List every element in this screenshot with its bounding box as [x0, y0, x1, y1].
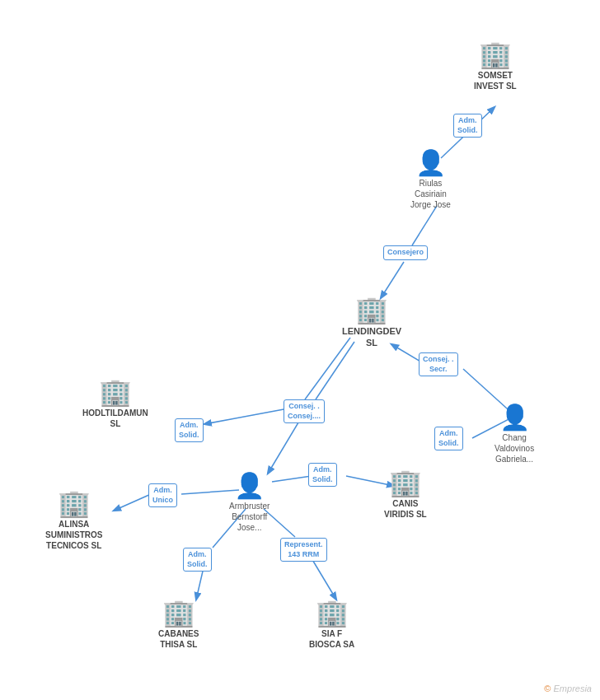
watermark: © Empresia	[544, 684, 592, 693]
node-somset[interactable]: 🏢 SOMSET INVEST SL	[474, 41, 517, 91]
building-icon-lendingdev: 🏢	[355, 296, 388, 323]
node-armbruster[interactable]: 👤 Armbruster Bernstorff Jose...	[229, 474, 270, 533]
building-icon-hodltildamun: 🏢	[99, 379, 132, 405]
badge-adm-solid-somset[interactable]: Adm. Solid.	[453, 114, 482, 138]
badge-consejero[interactable]: Consejero	[383, 245, 428, 260]
badge-represent[interactable]: Represent. 143 RRM	[280, 538, 327, 562]
building-icon-cabanes: 🏢	[162, 600, 195, 626]
person-label-chang: Chang Valdovinos Gabriela...	[495, 432, 534, 464]
svg-line-7	[316, 342, 354, 399]
node-label-canis: CANIS VIRIDIS SL	[384, 498, 427, 520]
badge-adm-solid-cabanes[interactable]: Adm. Solid.	[183, 548, 212, 572]
svg-line-2	[381, 262, 404, 298]
badge-consej-consej[interactable]: Consej. . Consej....	[284, 399, 325, 423]
node-riulas[interactable]: 👤 Riulas Casiriain Jorge Jose	[410, 151, 451, 210]
svg-line-16	[312, 558, 336, 600]
copyright-symbol: ©	[544, 684, 551, 693]
node-chang[interactable]: 👤 Chang Valdovinos Gabriela...	[495, 405, 534, 464]
svg-line-8	[268, 418, 301, 474]
connections-svg	[0, 0, 600, 700]
person-icon-chang: 👤	[499, 405, 530, 430]
node-label-hodltildamun: HODLTILDAMUN SL	[82, 408, 148, 429]
badge-adm-solid-chang[interactable]: Adm. Solid.	[434, 427, 463, 450]
node-label-lendingdev: LENDINGDEV SL	[342, 325, 401, 349]
badge-adm-unico[interactable]: Adm. Unico	[148, 483, 177, 507]
node-label-siaf: SIA F BIOSCA SA	[309, 628, 354, 650]
node-lendingdev[interactable]: 🏢 LENDINGDEV SL	[342, 296, 401, 349]
person-label-armbruster: Armbruster Bernstorff Jose...	[229, 501, 270, 533]
svg-line-1	[412, 206, 437, 245]
brand-name: Empresia	[554, 684, 592, 693]
node-label-alinsa: ALINSA SUMINISTROS TECNICOS SL	[45, 519, 102, 551]
person-icon-armbruster: 👤	[234, 474, 265, 498]
badge-consej-secr[interactable]: Consej. . Secr.	[419, 352, 458, 376]
building-icon-alinsa: 🏢	[58, 490, 91, 516]
building-icon-siaf: 🏢	[316, 600, 349, 626]
node-label-somset: SOMSET INVEST SL	[474, 70, 517, 91]
badge-adm-solid-canis[interactable]: Adm. Solid.	[308, 463, 337, 487]
node-hodltildamun[interactable]: 🏢 HODLTILDAMUN SL	[82, 379, 148, 429]
svg-line-12	[114, 494, 151, 511]
node-alinsa[interactable]: 🏢 ALINSA SUMINISTROS TECNICOS SL	[45, 490, 102, 551]
node-canis[interactable]: 🏢 CANIS VIRIDIS SL	[384, 469, 427, 520]
person-label-riulas: Riulas Casiriain Jorge Jose	[410, 178, 451, 210]
svg-line-6	[204, 408, 293, 424]
badge-adm-solid-hodl[interactable]: Adm. Solid.	[175, 418, 204, 442]
person-icon-riulas: 👤	[415, 151, 446, 175]
diagram-container: 🏢 SOMSET INVEST SL 🏢 LENDINGDEV SL 🏢 HOD…	[0, 0, 600, 700]
node-label-cabanes: CABANES THISA SL	[158, 628, 199, 650]
node-cabanes[interactable]: 🏢 CABANES THISA SL	[158, 600, 199, 650]
building-icon-canis: 🏢	[389, 469, 422, 496]
svg-line-9	[272, 476, 312, 482]
node-siaf[interactable]: 🏢 SIA F BIOSCA SA	[309, 600, 354, 650]
building-icon-somset: 🏢	[479, 41, 512, 68]
